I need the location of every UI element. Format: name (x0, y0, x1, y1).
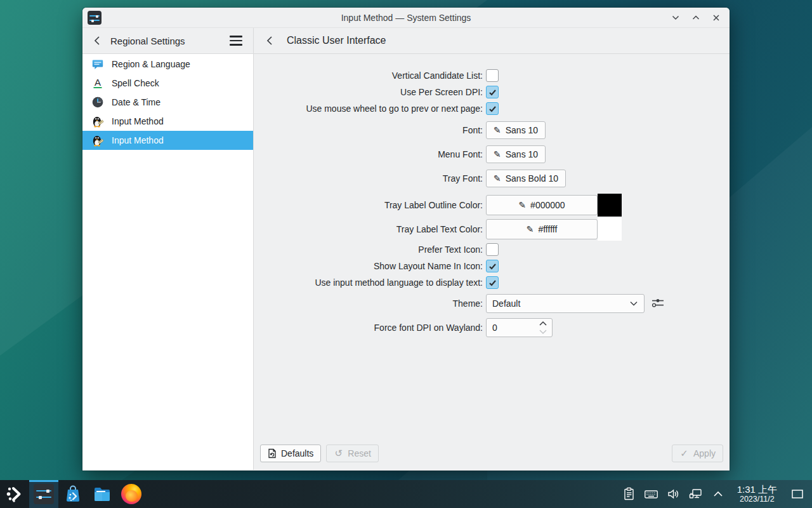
show-desktop-button[interactable] (788, 489, 807, 499)
apply-label: Apply (693, 448, 716, 458)
desktop: Input Method — System Settings Regional … (0, 0, 812, 508)
sidebar-item-input-method-2[interactable]: Input Method (82, 131, 253, 150)
network-tray-icon[interactable] (688, 485, 704, 504)
field-label: Show Layout Name In Icon: (254, 261, 486, 271)
field-label: Font: (254, 125, 486, 135)
outline-color-swatch (598, 194, 622, 217)
edit-pencil-icon: ✎ (494, 174, 501, 183)
per-screen-dpi-checkbox[interactable] (486, 86, 499, 98)
svg-text:A: A (95, 77, 101, 88)
system-settings-app-icon (88, 11, 102, 25)
sidebar: Region & Language A Spell Check Date & T… (82, 54, 254, 470)
spinbox-value: 0 (492, 323, 497, 333)
sidebar-title: Regional Settings (110, 36, 185, 46)
input-method-icon (91, 114, 105, 128)
field-label: Tray Font: (254, 173, 486, 184)
region-language-icon (91, 57, 105, 71)
check-icon (488, 279, 497, 287)
outline-color-picker-button[interactable]: ✎ #000000 (486, 195, 598, 215)
font-value: Sans 10 (506, 125, 538, 135)
chevron-up-icon (539, 321, 547, 326)
edit-pencil-icon: ✎ (518, 201, 526, 210)
sliders-icon (651, 297, 665, 309)
vertical-candidate-list-checkbox[interactable] (486, 69, 499, 82)
check-icon (488, 88, 497, 97)
sidebar-header: Regional Settings (82, 28, 254, 53)
hamburger-menu-button[interactable] (228, 34, 244, 47)
reset-button[interactable]: ↺ Reset (326, 444, 379, 462)
task-dolphin[interactable] (88, 480, 117, 508)
application-launcher-button[interactable] (0, 480, 29, 508)
maximize-button[interactable] (688, 10, 704, 26)
reset-icon: ↺ (334, 449, 343, 458)
task-system-settings[interactable] (29, 480, 58, 508)
sidebar-item-region-language[interactable]: Region & Language (82, 55, 253, 74)
force-dpi-spinbox[interactable]: 0 (486, 318, 553, 337)
font-picker-button[interactable]: ✎ Sans 10 (486, 121, 546, 139)
keyboard-tray-icon[interactable] (643, 485, 660, 504)
field-label: Tray Label Text Color: (254, 224, 486, 234)
menu-font-picker-button[interactable]: ✎ Sans 10 (486, 145, 546, 163)
expand-tray-icon[interactable] (710, 485, 726, 504)
system-tray: 1:31 上午 2023/11/2 (621, 480, 812, 508)
field-label: Use Per Screen DPI: (254, 87, 486, 97)
sidebar-item-label: Spell Check (112, 78, 159, 88)
theme-configure-button[interactable] (651, 297, 665, 311)
check-icon (488, 262, 497, 271)
titlebar[interactable]: Input Method — System Settings (82, 8, 730, 28)
clipboard-tray-icon[interactable] (621, 485, 638, 504)
sidebar-item-spell-check[interactable]: A Spell Check (82, 74, 253, 93)
close-button[interactable] (708, 10, 724, 26)
spin-down-button[interactable] (539, 328, 547, 336)
page-header: Classic User Interface (254, 28, 730, 53)
chevron-left-icon (93, 36, 102, 46)
minimize-button[interactable] (667, 10, 684, 26)
page-back-button[interactable] (264, 34, 275, 47)
field-label: Menu Font: (254, 149, 486, 159)
theme-selected-value: Default (492, 298, 629, 309)
mouse-wheel-page-checkbox[interactable] (486, 102, 499, 115)
sidebar-item-label: Input Method (112, 116, 164, 126)
chevron-down-icon (672, 14, 679, 22)
input-method-language-checkbox[interactable] (486, 276, 499, 289)
task-firefox[interactable] (117, 480, 146, 508)
edit-pencil-icon: ✎ (494, 126, 501, 135)
sidebar-item-label: Region & Language (112, 59, 190, 69)
clock-date: 2023/11/2 (737, 495, 777, 504)
close-icon (712, 14, 720, 22)
show-desktop-icon (791, 489, 804, 499)
digital-clock[interactable]: 1:31 上午 2023/11/2 (732, 484, 782, 504)
date-time-icon (91, 95, 105, 109)
sidebar-item-input-method-1[interactable]: Input Method (82, 112, 253, 131)
color-value: #ffffff (538, 224, 557, 234)
sidebar-item-date-time[interactable]: Date & Time (82, 93, 253, 112)
apply-button[interactable]: ✓ Apply (672, 444, 723, 462)
defaults-label: Defaults (281, 448, 313, 458)
text-color-picker-button[interactable]: ✎ #ffffff (486, 219, 598, 239)
text-color-swatch (598, 218, 622, 241)
input-method-icon (91, 133, 105, 147)
defaults-button[interactable]: Defaults (260, 444, 321, 462)
sidebar-back-button[interactable] (91, 34, 103, 47)
spell-check-icon: A (91, 76, 105, 90)
volume-tray-icon[interactable] (665, 485, 682, 504)
tray-font-picker-button[interactable]: ✎ Sans Bold 10 (486, 170, 566, 187)
settings-panel: Vertical Candidate List: Use Per Screen … (254, 54, 730, 470)
theme-select[interactable]: Default (486, 294, 645, 313)
field-label: Use mouse wheel to go to prev or next pa… (254, 104, 486, 114)
field-label: Force font DPI on Wayland: (254, 323, 486, 333)
prefer-text-icon-checkbox[interactable] (486, 243, 499, 256)
chevron-down-icon (539, 329, 547, 335)
system-settings-icon (34, 484, 54, 504)
task-discover[interactable] (58, 480, 88, 508)
chevron-down-icon (629, 300, 638, 307)
spin-up-button[interactable] (539, 319, 547, 328)
show-layout-name-checkbox[interactable] (486, 260, 499, 272)
check-icon: ✓ (679, 449, 689, 458)
edit-pencil-icon: ✎ (494, 150, 501, 159)
field-label: Prefer Text Icon: (254, 244, 486, 255)
check-icon (488, 105, 497, 113)
reset-label: Reset (348, 448, 371, 458)
chevron-left-icon (265, 36, 274, 46)
discover-icon (63, 484, 83, 504)
